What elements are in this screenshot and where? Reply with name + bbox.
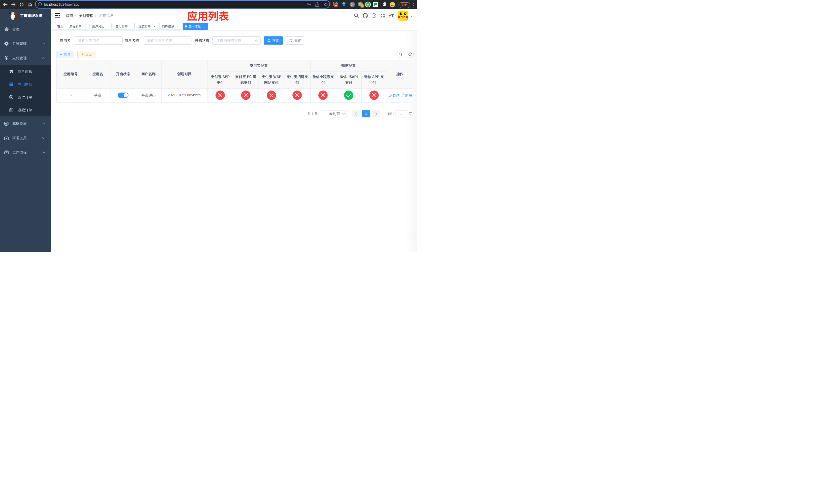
svg-text:1: 1 bbox=[361, 5, 363, 7]
svg-text:⌘: ⌘ bbox=[351, 3, 354, 6]
svg-text:10: 10 bbox=[335, 4, 337, 7]
svg-text:?: ? bbox=[373, 14, 375, 17]
svg-text:y: y bbox=[367, 3, 369, 6]
